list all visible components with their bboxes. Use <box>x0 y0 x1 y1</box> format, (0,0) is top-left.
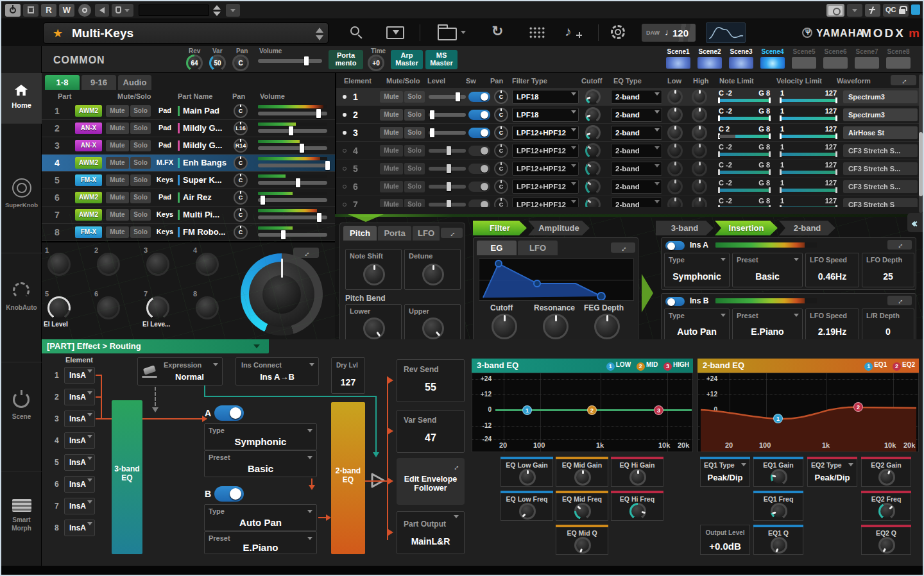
eq-type-dropdown[interactable]: 2-band <box>611 162 662 176</box>
part-name[interactable]: Enh Bangs <box>183 158 233 167</box>
rev-send-box[interactable]: Rev Send 55 <box>397 359 465 402</box>
part-volume-slider[interactable] <box>258 146 327 150</box>
element-pan-knob[interactable]: C <box>494 198 508 207</box>
element-row[interactable]: 2MuteSoloCLPF182-bandC -2G 81127Spectrum… <box>336 106 919 124</box>
cutoff-knob[interactable] <box>585 89 601 105</box>
scene8-button[interactable] <box>886 57 911 69</box>
element-level-slider[interactable] <box>429 95 466 99</box>
eq-mid-q-cell[interactable]: EQ Mid Q <box>556 525 608 555</box>
element-ins-dropdown[interactable]: InsA <box>64 432 95 449</box>
eq2-plot[interactable]: +24 +12 0 -12 -24 1 2 20 100 1k 10k 20k <box>697 373 919 452</box>
high-knob[interactable] <box>692 125 707 140</box>
eq2-q-knob[interactable] <box>878 537 895 554</box>
element-level-slider[interactable] <box>429 113 466 117</box>
preset-tool-button[interactable] <box>112 4 133 17</box>
solo-button[interactable]: Solo <box>130 174 151 186</box>
element-switch[interactable] <box>468 110 490 120</box>
fx-a-toggle[interactable] <box>214 405 244 421</box>
element-row[interactable]: 6MuteSoloCLPF12+HPF122-bandC -2G 81127CF… <box>336 178 919 196</box>
cutoff-knob[interactable] <box>585 197 601 207</box>
eq-type-dropdown[interactable]: 2-band <box>611 198 662 207</box>
search-icon[interactable] <box>350 26 359 35</box>
fx-a-preset-box[interactable]: Preset Basic <box>204 450 317 477</box>
waveform-button[interactable]: Spectrum3 <box>843 90 918 103</box>
mute-button[interactable]: Mute <box>380 109 403 121</box>
velocity-limit-bar[interactable] <box>780 189 837 192</box>
note-limit-bar[interactable] <box>719 207 770 207</box>
settings-gear-icon[interactable] <box>611 25 625 39</box>
element-row[interactable]: 4MuteSoloCLPF12+HPF122-bandC -2G 81127CF… <box>336 142 919 160</box>
scene1-button[interactable] <box>666 57 690 69</box>
element-scrollbar[interactable] <box>919 74 923 213</box>
output-level-cell[interactable]: Output Level +0.0dB <box>700 525 750 555</box>
crumb-filter[interactable]: Filter <box>473 221 527 235</box>
element-switch[interactable] <box>468 128 490 138</box>
part-name[interactable]: Mildly G... <box>183 140 233 150</box>
ins-connect-box[interactable]: Ins Connect Ins A→B <box>235 357 319 385</box>
part-name[interactable]: Main Pad <box>183 106 233 115</box>
element-switch[interactable] <box>468 199 490 207</box>
ins-b-expand-button[interactable]: ↔ <box>887 296 912 305</box>
ins-b-preset-box[interactable]: Preset E.Piano <box>732 309 803 342</box>
part-pan-knob[interactable]: C <box>234 191 248 205</box>
filter-type-dropdown[interactable]: LPF12+HPF12 <box>512 180 579 194</box>
cutoff-knob[interactable] <box>585 161 601 176</box>
eq2-band1-handle[interactable]: 1 <box>773 414 783 423</box>
element-switch[interactable] <box>468 182 490 192</box>
scene4-button[interactable] <box>760 57 785 69</box>
waveform-button[interactable]: CF3 Stretch S... <box>843 162 918 175</box>
eq-type-dropdown[interactable]: 2-band <box>611 90 662 104</box>
element-row[interactable]: 3MuteSoloCLPF12+HPF122-bandC 2G 81127Air… <box>336 124 919 142</box>
mute-button[interactable]: Mute <box>380 127 403 139</box>
bypass-button[interactable] <box>23 4 38 17</box>
velocity-limit-bar[interactable] <box>780 207 837 207</box>
pitch-bend-lower-box[interactable]: Lower <box>345 304 402 341</box>
part-pan-knob[interactable]: C <box>234 104 248 118</box>
high-knob[interactable] <box>692 143 707 158</box>
solo-button[interactable]: Solo <box>130 105 151 117</box>
filter-eg-graph[interactable] <box>479 258 634 301</box>
expression-box[interactable]: Expression Normal <box>137 357 223 385</box>
ins-a-lfo-speed-box[interactable]: LFO Speed 0.46Hz <box>805 253 859 287</box>
mute-button[interactable]: Mute <box>106 174 129 186</box>
solo-button[interactable]: Solo <box>404 91 425 103</box>
mute-button[interactable]: Mute <box>106 192 129 203</box>
element-row[interactable]: 5MuteSoloCLPF12+HPF122-bandC -2G 81127CF… <box>336 160 919 178</box>
filter-type-dropdown[interactable]: LPF18 <box>512 108 579 122</box>
part-volume-slider[interactable] <box>258 164 327 167</box>
velocity-limit-bar[interactable] <box>780 171 837 174</box>
element-ins-dropdown[interactable]: InsA <box>64 389 95 405</box>
filter-type-dropdown[interactable]: LPF12+HPF12 <box>512 126 579 140</box>
common-volume-slider[interactable] <box>258 59 322 63</box>
eq2-gain-knob[interactable] <box>878 469 895 486</box>
eq-type-dropdown[interactable]: 2-band <box>611 144 662 158</box>
part-volume-slider[interactable] <box>258 181 327 185</box>
eq2-freq-cell[interactable]: EQ2 Freq <box>861 491 911 521</box>
feg-depth-knob[interactable] <box>594 314 620 339</box>
high-knob[interactable] <box>692 197 707 207</box>
part-pan-knob[interactable]: C <box>234 173 248 187</box>
compare-button[interactable] <box>865 4 880 17</box>
eq1-type-cell[interactable]: EQ1 Type Peak/Dip <box>700 457 750 487</box>
element-pan-knob[interactable]: C <box>494 108 508 122</box>
performance-spinner-down[interactable] <box>316 35 323 40</box>
part-row[interactable]: 4AWM2MuteSoloM.FXEnh BangsC <box>42 155 335 172</box>
part-volume-slider[interactable] <box>258 129 327 133</box>
mute-button[interactable]: Mute <box>380 145 403 157</box>
scene7-button[interactable] <box>855 57 879 69</box>
power-button[interactable] <box>5 4 21 17</box>
automation-mode-button[interactable] <box>78 4 91 17</box>
eq3-plot[interactable]: +24 +12 0 -12 -24 1 2 3 20 100 1k 10k 20… <box>472 373 693 452</box>
element-ins-dropdown[interactable]: InsA <box>64 454 95 471</box>
eq-type-dropdown[interactable]: 2-band <box>611 180 662 194</box>
browser-folder-caret-icon[interactable] <box>461 31 466 34</box>
element-pan-knob[interactable]: C <box>494 144 508 158</box>
waveform-button[interactable]: CF3 Stretch S <box>843 198 918 207</box>
tab-porta[interactable]: Porta <box>378 226 411 241</box>
eq-hi-freq-cell[interactable]: EQ Hi Freq <box>611 491 663 521</box>
snapshot-button[interactable] <box>826 4 844 17</box>
element-row[interactable]: 7MuteSoloCLPF12+HPF122-bandC -2G 81127CF… <box>336 196 919 207</box>
fx-a-type-box[interactable]: Type Symphonic <box>204 423 317 450</box>
ins-b-lfo-speed-box[interactable]: LFO Speed 2.19Hz <box>805 309 859 342</box>
scene2-button[interactable] <box>697 57 722 69</box>
